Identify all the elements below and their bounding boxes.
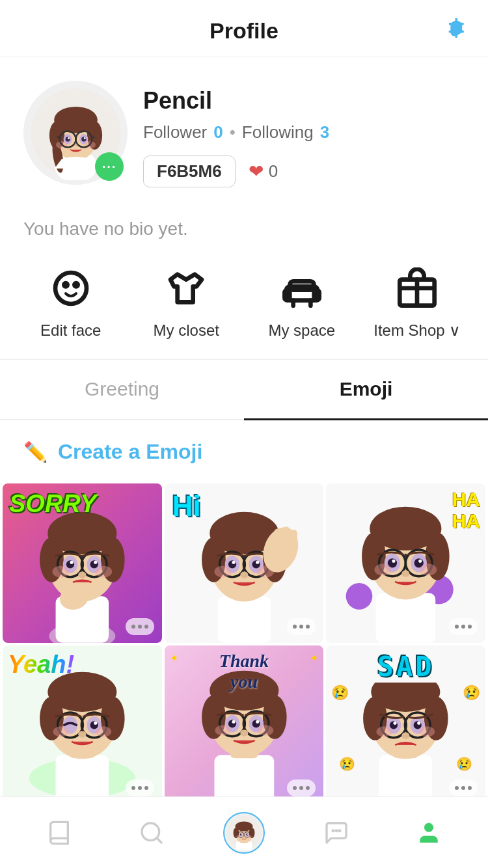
create-emoji-button[interactable]: ✏️ Create a Emoji xyxy=(0,420,488,483)
tabs-row: Greeting Emoji xyxy=(0,360,488,420)
more-options-haha[interactable] xyxy=(449,618,478,635)
face-icon xyxy=(48,265,94,311)
follow-separator: • xyxy=(230,122,236,142)
friend-code[interactable]: F6B5M6 xyxy=(143,156,236,187)
item-shop-label: Item Shop ∨ xyxy=(373,321,461,340)
svg-point-24 xyxy=(55,273,87,304)
person-icon xyxy=(416,820,442,846)
sticker-label-sad: SAD xyxy=(331,651,480,683)
svg-rect-55 xyxy=(217,596,271,642)
svg-point-144 xyxy=(419,726,435,737)
svg-point-168 xyxy=(424,823,433,832)
follower-count: 0 xyxy=(213,122,223,142)
svg-rect-78 xyxy=(376,593,436,642)
svg-point-127 xyxy=(257,725,273,735)
svg-rect-73 xyxy=(274,528,282,550)
svg-point-94 xyxy=(420,563,437,575)
svg-point-163 xyxy=(236,835,240,837)
chat-icon xyxy=(323,820,349,846)
svg-point-159 xyxy=(247,834,249,835)
nav-avatar-circle xyxy=(223,812,265,854)
svg-line-146 xyxy=(157,837,161,842)
svg-line-22 xyxy=(57,137,59,137)
heart-icon: ❤ xyxy=(249,161,264,182)
svg-point-158 xyxy=(240,834,242,835)
svg-point-123 xyxy=(232,720,235,723)
svg-point-16 xyxy=(83,137,85,139)
svg-point-164 xyxy=(248,835,252,837)
pencil-icon: ✏️ xyxy=(23,441,47,463)
svg-point-26 xyxy=(74,283,77,286)
tab-emoji[interactable]: Emoji xyxy=(244,360,488,420)
sticker-label-haha: HAHA xyxy=(452,489,480,532)
svg-point-109 xyxy=(53,726,68,737)
svg-point-143 xyxy=(377,726,392,737)
svg-point-68 xyxy=(256,561,259,564)
more-options-hi[interactable] xyxy=(287,618,316,635)
gear-icon[interactable] xyxy=(440,18,468,47)
nav-chat[interactable] xyxy=(304,807,369,859)
profile-info: Pencil Follower 0 • Following 3 F6B5M6 ❤… xyxy=(143,81,465,187)
shirt-icon xyxy=(163,265,209,311)
action-item-shop[interactable]: Item Shop ∨ xyxy=(360,265,476,340)
header: Profile xyxy=(0,0,488,57)
action-my-space[interactable]: My space xyxy=(244,265,360,340)
likes-count: 0 xyxy=(269,161,278,182)
svg-point-141 xyxy=(418,721,421,724)
svg-point-15 xyxy=(68,137,70,139)
svg-rect-75 xyxy=(290,530,297,547)
svg-point-52 xyxy=(52,565,70,577)
emoji-item-sad[interactable]: SAD 😢 😢 😢 😢 xyxy=(326,645,485,805)
svg-point-13 xyxy=(65,137,70,141)
emoji-item-sorry[interactable]: SORRY xyxy=(3,483,162,643)
svg-point-67 xyxy=(232,561,235,564)
more-options-thankyou[interactable] xyxy=(287,780,316,796)
action-edit-face[interactable]: Edit face xyxy=(13,265,129,340)
svg-point-70 xyxy=(214,565,232,577)
shop-icon xyxy=(394,265,440,311)
svg-point-93 xyxy=(375,563,392,575)
sticker-label-hi: Hi xyxy=(172,490,201,522)
nav-profile[interactable] xyxy=(396,807,461,859)
svg-point-160 xyxy=(241,834,241,834)
emoji-item-thankyou[interactable]: Thankyou ✦ ✦ xyxy=(165,645,324,805)
nav-avatar[interactable] xyxy=(211,807,277,859)
svg-point-108 xyxy=(78,731,86,737)
status-indicator[interactable]: ··· xyxy=(95,152,124,181)
username: Pencil xyxy=(143,87,465,115)
svg-point-107 xyxy=(94,721,97,724)
svg-point-124 xyxy=(256,720,259,723)
svg-point-69 xyxy=(240,572,248,578)
more-options-yeah[interactable] xyxy=(126,780,154,796)
more-options-sad[interactable] xyxy=(449,780,478,796)
following-label[interactable]: Following xyxy=(242,122,314,142)
tab-greeting[interactable]: Greeting xyxy=(0,360,244,419)
my-closet-label: My closet xyxy=(154,321,219,340)
avatar[interactable]: ··· xyxy=(23,81,128,185)
emoji-grid: SORRY xyxy=(0,483,488,804)
nav-search[interactable] xyxy=(119,807,184,859)
svg-point-140 xyxy=(394,721,397,724)
follower-label[interactable]: Follower xyxy=(143,122,207,142)
nav-book[interactable] xyxy=(27,807,92,859)
emoji-item-haha[interactable]: HAHA xyxy=(326,483,485,643)
emoji-item-hi[interactable]: Hi xyxy=(165,483,324,643)
svg-point-142 xyxy=(402,732,410,739)
more-options-sorry[interactable] xyxy=(126,618,154,635)
action-grid: Edit face My closet xyxy=(0,259,488,360)
svg-point-110 xyxy=(96,726,111,737)
book-icon xyxy=(46,820,72,846)
follow-stats: Follower 0 • Following 3 xyxy=(143,122,465,142)
svg-point-161 xyxy=(247,834,248,834)
likes-row: ❤ 0 xyxy=(249,161,278,182)
svg-point-90 xyxy=(392,560,396,563)
svg-point-53 xyxy=(95,565,113,577)
sticker-label-thankyou: Thankyou xyxy=(172,651,316,692)
create-emoji-label: Create a Emoji xyxy=(58,440,202,464)
emoji-item-yeah[interactable]: Yeah! xyxy=(3,645,162,805)
action-my-closet[interactable]: My closet xyxy=(129,265,245,340)
svg-point-77 xyxy=(346,583,373,610)
svg-point-92 xyxy=(402,571,410,577)
sofa-icon xyxy=(279,265,325,311)
svg-point-126 xyxy=(215,725,230,735)
